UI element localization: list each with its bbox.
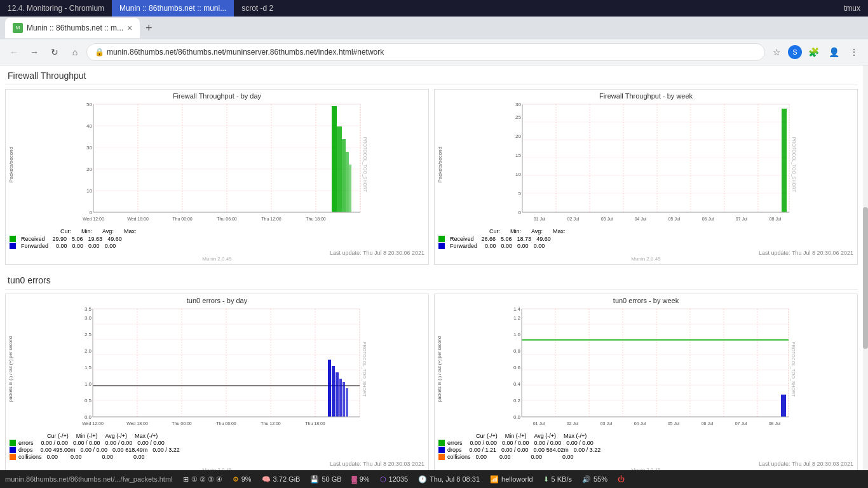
power-icon[interactable]: ⏻ <box>618 475 625 483</box>
forwarded-cur: 0.00 <box>56 243 67 249</box>
fw-week-forwarded-min: 0.00 <box>501 243 513 249</box>
wk-errors-cur: 0.00 / 0.00 <box>470 440 498 446</box>
wk-drops-min: 0.00 / 0.00 <box>501 447 529 453</box>
extension-s-button[interactable]: S <box>788 45 802 59</box>
svg-text:Wed 18:00: Wed 18:00 <box>127 217 149 221</box>
forwarded-min: 0.00 <box>72 243 84 249</box>
svg-rect-101 <box>339 379 342 417</box>
tun0-day-chart-title: tun0 errors - by day <box>8 297 426 304</box>
svg-rect-64 <box>782 109 787 212</box>
browser-tab[interactable]: M Munin :: 86thumbs.net :: m... × <box>5 18 140 38</box>
tab-close-button[interactable]: × <box>127 23 132 33</box>
tun0-week-lastupdate: Last update: Thu Jul 8 20:30:03 2021 <box>438 461 853 467</box>
tun0-day-min-header: Min (-/+) <box>76 433 98 439</box>
home-button[interactable]: ⌂ <box>66 43 84 61</box>
received-max: 49.60 <box>107 236 122 242</box>
wk-errors-min: 0.00 / 0.00 <box>502 440 529 446</box>
tun0-week-chart-title: tun0 errors - by week <box>437 297 855 304</box>
new-tab-button[interactable]: + <box>140 19 158 37</box>
disk-value: 50 GB <box>322 475 341 483</box>
firewall-week-svg: 0 5 10 15 20 25 30 01 Jul 02 Jul 03 Jul … <box>444 101 855 228</box>
star-button[interactable]: ☆ <box>768 43 785 61</box>
svg-text:08 Jul: 08 Jul <box>769 421 781 426</box>
svg-text:05 Jul: 05 Jul <box>668 421 680 426</box>
svg-text:0.0: 0.0 <box>85 414 92 420</box>
workspace-switcher[interactable]: ⊞ ① ② ③ ④ <box>183 475 222 484</box>
firewall-day-chart-box: Firewall Throughput - by day Packets/sec… <box>5 89 429 265</box>
drops-avg: 0.00 618.49m <box>112 447 147 453</box>
fw-week-min-header: Min: <box>510 228 521 234</box>
main-content: Firewall Throughput Firewall Throughput … <box>0 65 863 470</box>
scrollbar-track[interactable] <box>863 65 868 470</box>
svg-text:PROTOCOL_TOO_SHORT: PROTOCOL_TOO_SHORT <box>362 137 367 193</box>
svg-rect-29 <box>349 165 351 212</box>
cpu-value: 9% <box>241 475 252 483</box>
tun0-week-chart-wrap: packets in (-) / out (+) per second <box>437 306 855 433</box>
firewall-day-header-max: Max: <box>124 228 137 234</box>
errors-label: errors <box>18 440 34 446</box>
disk-icon: 💾 <box>310 475 319 484</box>
power-button[interactable]: ⏻ <box>618 475 625 483</box>
clock: 🕐 Thu, Jul 8 08:31 <box>418 475 480 484</box>
scrollbar-thumb[interactable] <box>863 207 868 349</box>
tun0-day-chart-wrap: packets in (-) / out (+) per second <box>8 306 426 433</box>
title-segment-munin: Munin :: 86thumbs.net :: muni... <box>112 0 234 17</box>
tun0-section-title: tun0 errors <box>5 270 858 290</box>
errors-max: 0.00 / 0.00 <box>137 440 165 446</box>
address-bar[interactable]: 🔒 munin.86thumbs.net/86thumbs.net/munins… <box>86 43 765 61</box>
svg-text:Thu 06:00: Thu 06:00 <box>217 217 237 221</box>
fw-week-received-avg: 18.73 <box>517 236 532 242</box>
wk-collisions-color <box>438 454 445 460</box>
fw-week-forwarded-max: 0.00 <box>534 243 545 249</box>
svg-rect-141 <box>781 395 786 417</box>
tun0-day-chart-box: tun0 errors - by day packets in (-) / ou… <box>5 294 429 470</box>
extensions-button[interactable]: 🧩 <box>804 43 822 61</box>
forward-button[interactable]: → <box>25 43 43 61</box>
svg-text:Thu 00:00: Thu 00:00 <box>172 421 192 426</box>
tun0-week-svg: 0.0 0.2 0.4 0.6 0.8 1.0 1.2 1.4 01 Jul 0… <box>443 306 855 433</box>
status-url: munin.86thumbs.net/86thumbs.net/.../fw_p… <box>5 475 173 483</box>
errors-avg: 0.00 / 0.00 <box>105 440 133 446</box>
svg-text:PROTOCOL_TOO_SHORT: PROTOCOL_TOO_SHORT <box>790 342 796 397</box>
menu-button[interactable]: ⋮ <box>845 43 863 61</box>
tasks-indicator: ⬡ 12035 <box>380 475 409 484</box>
tasks-icon: ⬡ <box>380 475 386 484</box>
collisions-min: 0.00 <box>71 454 82 460</box>
fw-week-received-min: 5.06 <box>501 236 512 242</box>
svg-text:Thu 12:00: Thu 12:00 <box>261 217 281 221</box>
browser-chrome: M Munin :: 86thumbs.net :: m... × + ← → … <box>0 17 868 65</box>
svg-text:10: 10 <box>86 188 92 194</box>
svg-text:Thu 18:00: Thu 18:00 <box>305 421 325 426</box>
netspeed-value: 5 KB/s <box>552 475 572 483</box>
svg-text:0.6: 0.6 <box>513 365 521 370</box>
title-segment-monitoring: 12.4. Monitoring - Chromium <box>0 0 112 17</box>
svg-text:2.0: 2.0 <box>85 348 92 354</box>
title-segment-tmux: tmux <box>836 0 868 17</box>
firewall-week-legend: Cur: Min: Avg: Max: Received 26.66 5.06 … <box>437 228 855 262</box>
fw-week-avg-header: Avg: <box>531 228 543 234</box>
ram-icon: 🧠 <box>262 475 271 484</box>
svg-text:0.5: 0.5 <box>85 398 92 403</box>
firewall-day-chart-wrap: Packets/second <box>8 101 426 228</box>
wk-errors-max: 0.00 / 0.00 <box>566 440 593 446</box>
firewall-day-svg: 0 10 20 30 40 50 Wed 12:00 Wed 18:00 Thu… <box>15 101 426 228</box>
title-segment-scrot: scrot -d 2 <box>234 0 281 17</box>
svg-rect-99 <box>332 366 335 417</box>
received-avg: 19.63 <box>88 236 103 242</box>
profile-button[interactable]: 👤 <box>825 43 843 61</box>
svg-text:0.0: 0.0 <box>513 414 521 420</box>
workspace-list: ① ② ③ ④ <box>191 475 222 484</box>
collisions-color <box>10 454 16 460</box>
reload-button[interactable]: ↻ <box>46 43 64 61</box>
svg-rect-107 <box>522 309 789 417</box>
svg-rect-33 <box>522 104 789 212</box>
svg-text:03 Jul: 03 Jul <box>601 217 613 221</box>
back-button[interactable]: ← <box>5 43 23 61</box>
tun0-week-cur-header: Cur (-/+) <box>476 433 498 439</box>
tun0-week-min-header: Min (-/+) <box>505 433 527 439</box>
firewall-day-chart-title: Firewall Throughput - by day <box>8 92 426 100</box>
svg-text:02 Jul: 02 Jul <box>567 421 579 426</box>
fw-week-received-cur: 26.66 <box>482 236 496 242</box>
fw-week-lastupdate: Last update: Thu Jul 8 20:30:06 2021 <box>438 250 853 256</box>
network-indicator: 📶 helloworld <box>490 475 533 484</box>
